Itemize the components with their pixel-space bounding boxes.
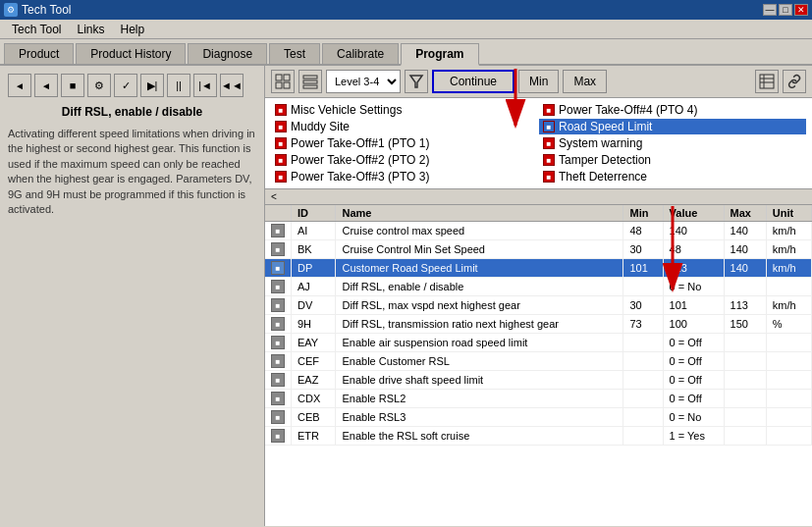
category-pto2[interactable]: ■ Power Take-Off#2 (PTO 2) <box>271 152 538 168</box>
title-bar-controls: — □ ✕ <box>763 4 808 16</box>
cell-min: 30 <box>623 240 663 259</box>
table-row[interactable]: ■BKCruise Control Min Set Speed3048140km… <box>265 240 812 259</box>
tab-calibrate[interactable]: Calibrate <box>322 43 399 64</box>
category-misc-vehicle[interactable]: ■ Misc Vehicle Settings <box>271 102 538 118</box>
link-btn[interactable] <box>783 70 806 93</box>
cell-max <box>724 390 766 408</box>
row-edit-icon[interactable]: ■ <box>265 352 292 371</box>
grid-view-btn[interactable] <box>271 70 295 93</box>
cell-name: Diff RSL, enable / disable <box>336 278 623 296</box>
cell-name: Enable air suspension road speed limit <box>336 334 623 352</box>
tab-diagnose[interactable]: Diagnose <box>188 43 267 64</box>
cell-value: 0 = Off <box>663 390 724 408</box>
table-row[interactable]: ■DPCustomer Road Speed Limit101113140km/… <box>265 259 812 278</box>
menu-item-help[interactable]: Help <box>113 21 153 38</box>
col-icon <box>265 205 292 222</box>
table-row[interactable]: ■EAYEnable air suspension road speed lim… <box>265 334 812 352</box>
maximize-button[interactable]: □ <box>779 4 792 16</box>
row-edit-icon[interactable]: ■ <box>265 315 292 334</box>
menu-bar: Tech Tool Links Help <box>0 20 812 39</box>
cell-name: Cruise Control Min Set Speed <box>336 240 623 259</box>
scroll-left-indicator[interactable]: < <box>265 189 812 205</box>
row-edit-icon[interactable]: ■ <box>265 334 292 352</box>
cell-id: ETR <box>292 427 336 446</box>
cell-id: DP <box>292 259 336 278</box>
play-btn[interactable]: ▶| <box>140 74 164 97</box>
cell-max: 140 <box>724 222 766 240</box>
max-button[interactable]: Max <box>563 70 607 93</box>
menu-item-techtool[interactable]: Tech Tool <box>4 21 69 38</box>
tab-test[interactable]: Test <box>269 43 320 64</box>
cell-id: AJ <box>292 278 336 296</box>
cell-max <box>724 352 766 371</box>
category-system-warning[interactable]: ■ System warning <box>539 135 806 151</box>
minimize-button[interactable]: — <box>763 4 777 16</box>
cell-id: 9H <box>292 315 336 334</box>
stop-btn[interactable]: ■ <box>61 74 84 97</box>
cat-icon: ■ <box>275 104 287 116</box>
category-pto1[interactable]: ■ Power Take-Off#1 (PTO 1) <box>271 135 538 151</box>
cell-name: Diff RSL, max vspd next highest gear <box>336 296 623 315</box>
table-row[interactable]: ■CEFEnable Customer RSL0 = Off <box>265 352 812 371</box>
svg-rect-4 <box>303 76 317 79</box>
menu-item-links[interactable]: Links <box>69 21 112 38</box>
cat-icon: ■ <box>543 171 555 183</box>
category-theft[interactable]: ■ Theft Deterrence <box>539 169 806 184</box>
category-tamper[interactable]: ■ Tamper Detection <box>539 152 806 168</box>
row-edit-icon[interactable]: ■ <box>265 222 292 240</box>
cell-min <box>623 390 663 408</box>
close-button[interactable]: ✕ <box>794 4 808 16</box>
cell-min <box>623 408 663 427</box>
cell-value: 0 = Off <box>663 371 724 390</box>
table-row[interactable]: ■CEBEnable RSL30 = No <box>265 408 812 427</box>
cell-min <box>623 427 663 446</box>
cell-unit <box>766 352 811 371</box>
tab-product-history[interactable]: Product History <box>76 43 186 64</box>
list-view-btn[interactable] <box>298 70 322 93</box>
row-edit-icon[interactable]: ■ <box>265 296 292 315</box>
settings-btn[interactable]: ⚙ <box>87 74 111 97</box>
table-row[interactable]: ■ETREnable the RSL soft cruise1 = Yes <box>265 427 812 446</box>
tab-program[interactable]: Program <box>401 43 478 66</box>
svg-rect-3 <box>284 82 290 88</box>
pause-btn[interactable]: || <box>167 74 190 97</box>
table-row[interactable]: ■CDXEnable RSL20 = Off <box>265 390 812 408</box>
skip-btn[interactable]: ◄◄ <box>220 74 244 97</box>
cell-unit: km/h <box>766 296 811 315</box>
cell-unit <box>766 427 811 446</box>
category-road-speed[interactable]: ■ Road Speed Limit <box>539 119 806 134</box>
continue-button[interactable]: Continue <box>432 70 514 93</box>
table-row[interactable]: ■AJDiff RSL, enable / disable0 = No <box>265 278 812 296</box>
col-id: ID <box>292 205 336 222</box>
table-row[interactable]: ■AICruise control max speed48140140km/h <box>265 222 812 240</box>
level-select[interactable]: Level 3-4 Level 1-2 Level 5 <box>326 70 401 93</box>
left-panel: ◄ ◄ ■ ⚙ ✓ ▶| || |◄ ◄◄ Diff RSL, enable /… <box>0 66 265 526</box>
category-pto3[interactable]: ■ Power Take-Off#3 (PTO 3) <box>271 169 538 184</box>
filter-btn[interactable] <box>405 70 428 93</box>
row-edit-icon[interactable]: ■ <box>265 259 292 278</box>
category-pto4[interactable]: ■ Power Take-Off#4 (PTO 4) <box>539 102 806 118</box>
back-icon-btn[interactable]: ◄ <box>8 74 31 97</box>
row-edit-icon[interactable]: ■ <box>265 427 292 446</box>
check-btn[interactable]: ✓ <box>114 74 137 97</box>
table-row[interactable]: ■DVDiff RSL, max vspd next highest gear3… <box>265 296 812 315</box>
table-header-row: ID Name Min Value Max Unit <box>265 205 812 222</box>
row-edit-icon[interactable]: ■ <box>265 390 292 408</box>
min-button[interactable]: Min <box>518 70 559 93</box>
step-btn[interactable]: |◄ <box>193 74 217 97</box>
nav-back-btn[interactable]: ◄ <box>34 74 58 97</box>
row-edit-icon[interactable]: ■ <box>265 408 292 427</box>
row-edit-icon[interactable]: ■ <box>265 371 292 390</box>
data-table-container[interactable]: ID Name Min Value Max Unit ■AICruise con… <box>265 205 812 526</box>
table-layout-btn[interactable] <box>755 70 779 93</box>
cell-name: Enable drive shaft speed limit <box>336 371 623 390</box>
row-edit-icon[interactable]: ■ <box>265 278 292 296</box>
tab-product[interactable]: Product <box>4 43 74 64</box>
row-edit-icon[interactable]: ■ <box>265 240 292 259</box>
table-row[interactable]: ■EAZEnable drive shaft speed limit0 = Of… <box>265 371 812 390</box>
table-row[interactable]: ■9HDiff RSL, transmission ratio next hig… <box>265 315 812 334</box>
category-muddy-site[interactable]: ■ Muddy Site <box>271 119 538 134</box>
cell-max: 140 <box>724 259 766 278</box>
cat-icon: ■ <box>275 137 287 149</box>
cell-value: 113 <box>663 259 724 278</box>
